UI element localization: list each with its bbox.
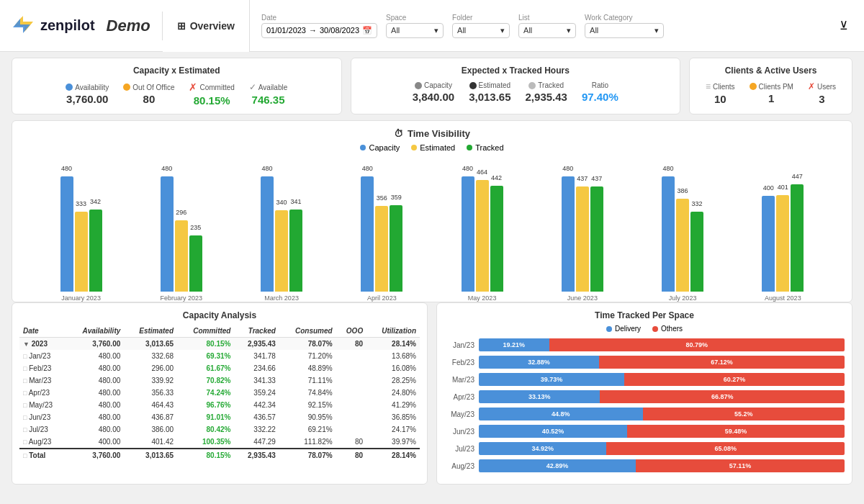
calendar-icon: 📅: [362, 26, 372, 35]
table-cell: 80: [336, 436, 367, 449]
estimated-metric: Estimated 3,013.65: [469, 81, 510, 103]
space-row-label: May/23: [444, 410, 474, 418]
table-cell: 111.82%: [279, 436, 336, 449]
bar: [590, 186, 603, 292]
space-filter-label: Space: [386, 14, 444, 22]
delivery-bar: 34.92%: [479, 442, 606, 455]
demo-label: Demo: [107, 17, 150, 35]
clients-users-title: Clients & Active Users: [701, 66, 840, 76]
month-group: 480340341March 2023: [232, 162, 332, 302]
clients-pm-value: 1: [768, 92, 774, 104]
users-value: 3: [819, 93, 824, 105]
table-cell: 480.00: [66, 362, 124, 374]
clients-icon: ≡: [706, 81, 711, 91]
bar: [75, 212, 88, 292]
date-cell: □ Jan/23: [19, 350, 66, 362]
table-cell: 401.42: [124, 436, 177, 449]
table-cell: 3,760.00: [66, 449, 124, 462]
legend-capacity-label: Capacity: [369, 143, 400, 152]
committed-metric: ✗ Committed 80.15%: [189, 81, 234, 107]
time-visibility-title: ⏱ Time Visibility: [24, 128, 840, 139]
month-group: 480296235February 2023: [131, 162, 231, 302]
bar-wrapper: 356: [375, 162, 388, 292]
date-cell: □ Mar/23: [19, 374, 66, 387]
bar: [89, 210, 102, 292]
clients-metric: ≡ Clients 10: [706, 81, 735, 105]
clients-pm-label: Clients PM: [750, 83, 793, 91]
table-cell: 480.00: [66, 374, 124, 387]
work-category-select[interactable]: All ▾: [585, 23, 664, 38]
legend-tracked: Tracked: [467, 143, 503, 152]
month-label: February 2023: [161, 294, 203, 302]
users-label: ✗ Users: [808, 81, 836, 91]
bar-value-label: 359: [390, 194, 402, 201]
list-filter-select[interactable]: All ▾: [518, 23, 576, 38]
folder-filter-select[interactable]: All ▾: [452, 23, 510, 38]
table-cell: 70.82%: [177, 374, 234, 387]
table-cell: 71.20%: [279, 350, 336, 362]
space-chart-area: Jan/2319.21%80.79%Feb/2332.88%67.12%Mar/…: [444, 338, 845, 472]
bar-wrapper: 480: [161, 162, 174, 292]
tracked-dot: [528, 82, 536, 89]
bar-wrapper: 464: [476, 162, 489, 292]
delivery-bar: 19.21%: [479, 338, 549, 351]
bar-wrapper: 401: [776, 162, 789, 292]
availability-value: 3,760.00: [66, 93, 108, 105]
bar-value-label: 235: [189, 224, 202, 231]
charts-area: ⏱ Time Visibility Capacity Estimated Tra…: [0, 120, 864, 302]
space-row-label: Apr/23: [444, 393, 474, 401]
date-range-input[interactable]: 01/01/2023 → 30/08/2023 📅: [261, 23, 377, 38]
date-cell: □ Jun/23: [19, 411, 66, 423]
available-label-text: Available: [258, 84, 287, 91]
table-cell: 24.80%: [366, 387, 420, 399]
others-bar: 60.27%: [624, 373, 845, 386]
bar-value-label: 464: [476, 168, 489, 176]
bar-wrapper: 480: [361, 162, 374, 292]
space-row-label: Aug/23: [444, 462, 474, 470]
overview-tab[interactable]: ⊞ Overview: [163, 0, 250, 52]
tracked-label-text: Tracked: [538, 81, 564, 89]
availability-dot: [66, 84, 73, 91]
space-row-label: Mar/23: [444, 376, 474, 384]
space-bar-row: Jan/2319.21%80.79%: [444, 338, 845, 351]
bar-value-label: 340: [275, 199, 288, 206]
space-bar-row: Mar/2339.73%60.27%: [444, 373, 845, 386]
bar: [791, 184, 804, 292]
expected-tracked-metrics: Capacity 3,840.00 Estimated 3,013.65 Tra…: [363, 81, 669, 103]
list-chevron-icon: ▾: [567, 26, 571, 35]
space-legend-delivery: Delivery: [606, 325, 641, 333]
out-of-office-metric: Out Of Office 80: [123, 84, 174, 105]
bar-wrapper: 386: [676, 162, 689, 292]
delivery-legend-dot: [606, 326, 612, 332]
bar-wrapper: 333: [75, 162, 88, 292]
space-filter-select[interactable]: All ▾: [386, 23, 444, 38]
bar-value-label: 480: [361, 165, 374, 172]
table-header-cell: Estimated: [124, 325, 177, 338]
header: zenpilot Demo ⊞ Overview Date 01/01/2023…: [0, 0, 864, 52]
work-category-label: Work Category: [585, 14, 664, 22]
overview-grid-icon: ⊞: [177, 20, 186, 32]
table-cell: 359.24: [234, 387, 279, 399]
table-cell: 234.66: [234, 362, 279, 374]
space-bar-row: Feb/2332.88%67.12%: [444, 356, 845, 369]
space-bars: 33.13%66.87%: [479, 390, 845, 403]
ratio-label-text: Ratio: [592, 81, 608, 89]
filter-icon-button[interactable]: ⊻: [835, 14, 852, 37]
table-row: □ Jul/23480.00386.0080.42%332.2269.21%24…: [19, 423, 420, 436]
list-filter-value: All: [523, 26, 532, 35]
table-cell: 400.00: [66, 436, 124, 449]
space-bars: 34.92%65.08%: [479, 442, 845, 455]
table-cell: 442.34: [234, 399, 279, 411]
table-cell: [336, 399, 367, 411]
table-header-cell: Consumed: [279, 325, 336, 338]
estimated-metric-value: 3,013.65: [469, 91, 510, 103]
bar: [676, 199, 689, 292]
bar-wrapper: 342: [89, 162, 102, 292]
table-cell: 80: [336, 449, 367, 462]
delivery-bar: 40.52%: [479, 425, 627, 438]
date-separator: →: [309, 26, 317, 35]
time-visibility-card: ⏱ Time Visibility Capacity Estimated Tra…: [12, 120, 852, 302]
clients-users-card: Clients & Active Users ≡ Clients 10 Clie…: [689, 58, 852, 114]
estimated-dot: [469, 82, 477, 89]
capacity-estimated-title: Capacity x Estimated: [24, 66, 330, 76]
